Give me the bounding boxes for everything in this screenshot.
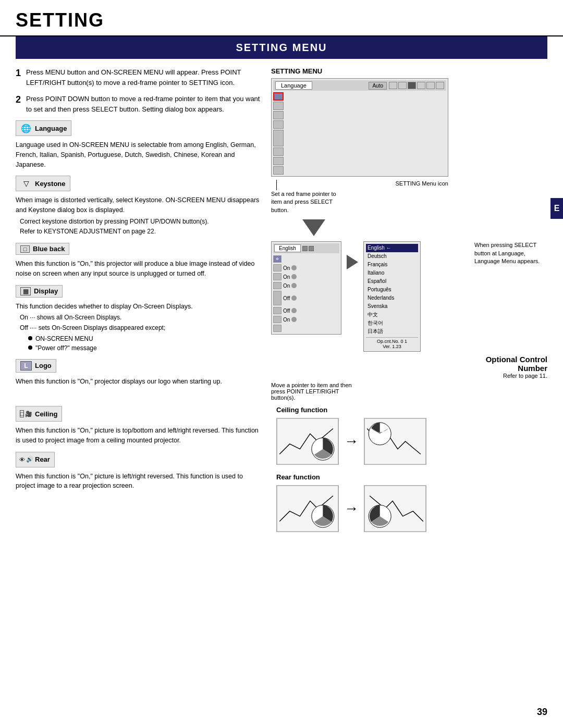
lang-icon-b (309, 246, 314, 251)
feature-ceiling-desc: When this function is "On," picture is t… (16, 426, 261, 446)
feature-language-title: Language (35, 125, 67, 132)
rear-arrow-right: → (344, 501, 359, 516)
left-column: 1 Press MENU button and ON-SCREEN MENU w… (16, 59, 261, 401)
lang-list-menu: English ← Deutsch Français Italiano Espa… (363, 241, 421, 352)
feature-blue-back-header: □ Blue back (16, 243, 69, 255)
step-1-text: Press MENU button and ON-SCREEN MENU wil… (26, 67, 261, 88)
language-menu-note: When pressing SELECT button at Language,… (474, 241, 547, 265)
lang-row-icon-2 (273, 264, 282, 272)
language-note-text: When pressing SELECT button at Language,… (474, 241, 547, 265)
bottom-right-illustrations: Ceiling function → (276, 406, 547, 540)
bottom-left-features: □ 🎥 Ceiling When this function is "On," … (16, 406, 261, 540)
ceiling-camera-icon: 🎥 (25, 411, 32, 417)
ceiling-arrow-right: → (344, 434, 359, 449)
rear-icon: 👁 🔊 (20, 454, 32, 465)
lang-row-ctrl-4 (291, 283, 297, 288)
lang-row-ctrl-2 (291, 265, 297, 270)
page-title: SETTING (16, 9, 547, 31)
menu-icon-6 (436, 82, 444, 89)
step-2-number: 2 (16, 94, 21, 114)
ceiling-icon: □ 🎥 (20, 408, 32, 419)
feature-rear: 👁 🔊 Rear When this function is "On," pic… (16, 452, 261, 491)
feature-keystone-header: ▽ Keystone (16, 176, 70, 191)
arrow-down-icon (302, 219, 325, 236)
feature-blue-back: □ Blue back When this function is "On," … (16, 243, 261, 279)
menu-bar: Language Auto (271, 78, 448, 177)
menu-row-icon-8 (273, 166, 284, 175)
lang-item-francais: Français (366, 261, 418, 269)
lang-row-icon-1: ⊕ (273, 255, 282, 263)
lang-row-val-6: Off (283, 308, 290, 314)
menu-row-icon-2 (273, 102, 284, 110)
rear-before-box (276, 485, 339, 532)
display-bullet-1: ON-SCREEN MENU (28, 334, 261, 343)
lang-menu-row-8 (273, 324, 339, 332)
lang-item-english: English ← (366, 244, 418, 252)
lang-row-val-7: On (283, 317, 290, 323)
language-icon: 🌐 (20, 122, 32, 134)
lang-item-portugues: Português (366, 286, 418, 294)
menu-language-label: Language (275, 81, 312, 90)
feature-logo-title: Logo (35, 362, 52, 369)
feature-rear-header: 👁 🔊 Rear (16, 452, 55, 467)
setting-icon-label-area: SETTING Menu icon (343, 180, 448, 188)
feature-keystone-desc: When image is distorted vertically, sele… (16, 195, 261, 215)
ceiling-before-box (276, 418, 339, 465)
lang-menu-row-5: Off (273, 290, 339, 306)
lang-item-chinese: 中文 (366, 311, 418, 319)
rear-speaker-icon: 🔊 (26, 456, 33, 463)
lang-menu-rows: ⊕ On On (273, 255, 339, 332)
feature-ceiling-header: □ 🎥 Ceiling (16, 406, 62, 422)
feature-display-title: Display (34, 287, 58, 295)
feature-logo-header: L Logo (16, 359, 56, 373)
optional-control-number-title: Optional Control Number (464, 355, 547, 373)
pointer-note-text: Move a pointer to item and then press PO… (271, 382, 354, 401)
bullet-icon-2 (28, 346, 32, 350)
lang-item-deutsch: Deutsch (366, 252, 418, 261)
annotation-line-v (276, 180, 277, 190)
logo-icon: L (20, 361, 32, 371)
arrow-right-wrapper (347, 241, 358, 283)
feature-display-sub: On ··· shows all On-Screen Displays. Off… (16, 313, 261, 332)
annotation-red-frame-text: Set a red frame pointer to item and pres… (271, 190, 339, 214)
step-2-text: Press POINT DOWN button to move a red-fr… (26, 94, 261, 114)
lang-item-korean: 한국어 (366, 319, 418, 327)
page-number: 39 (537, 707, 547, 718)
lang-icons (302, 246, 314, 251)
feature-logo: L Logo When this function is "On," proje… (16, 359, 261, 387)
rear-after-box (364, 485, 426, 532)
keystone-icon: ▽ (20, 178, 32, 189)
lang-row-ctrl-3 (291, 274, 297, 279)
main-content: 1 Press MENU button and ON-SCREEN MENU w… (0, 59, 563, 401)
feature-ceiling-title: Ceiling (35, 410, 57, 418)
feature-language-desc: Language used in ON-SCREEN MENU is selec… (16, 140, 261, 169)
opt-ctrl-label-area: Optional Control Number Refer to page 11… (271, 355, 547, 379)
menu-row-icon-7 (273, 157, 284, 165)
lang-row-icon-3 (273, 273, 282, 280)
ceiling-box-icon: □ (20, 410, 25, 417)
lang-item-italiano: Italiano (366, 269, 418, 277)
e-tab: E (550, 198, 563, 219)
lang-row-val-5: Off (283, 295, 290, 301)
lang-row-icon-6 (273, 307, 282, 314)
right-setting-menu-label: SETTING MENU (271, 67, 547, 75)
ceiling-func-label: Ceiling function (276, 406, 547, 414)
step-2: 2 Press POINT DOWN button to move a red-… (16, 94, 261, 114)
language-menu-area: When pressing SELECT button at Language,… (271, 241, 547, 401)
lang-row-icon-5 (273, 291, 282, 305)
lang-row-val-3: On (283, 274, 290, 280)
lang-menu-header: English (273, 243, 339, 253)
bottom-section: □ 🎥 Ceiling When this function is "On," … (0, 406, 563, 540)
rear-func-illustration: → (276, 485, 547, 532)
lang-menu-row-4: On (273, 281, 339, 290)
menu-row-icon-4 (273, 120, 284, 129)
lang-menu-row-2: On (273, 264, 339, 272)
bullet-icon-1 (28, 336, 32, 340)
display-bullet-2-text: "Power off?" message (35, 343, 97, 353)
step-1-number: 1 (16, 68, 21, 88)
lang-menu-row-3: On (273, 273, 339, 281)
lang-item-svenska: Svenska (366, 302, 418, 311)
lang-menu-row-7: On (273, 315, 339, 324)
section-header: SETTING MENU (16, 36, 547, 59)
blue-back-icon: □ (20, 245, 30, 253)
